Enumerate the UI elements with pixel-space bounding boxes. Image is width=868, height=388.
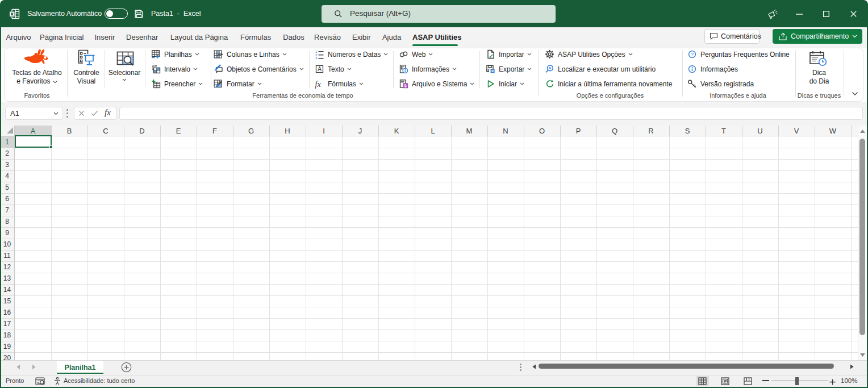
svg-text:3: 3	[315, 56, 318, 59]
svg-text:?: ?	[691, 52, 694, 57]
svg-text:fx: fx	[315, 80, 322, 89]
svg-text:A: A	[318, 66, 322, 72]
